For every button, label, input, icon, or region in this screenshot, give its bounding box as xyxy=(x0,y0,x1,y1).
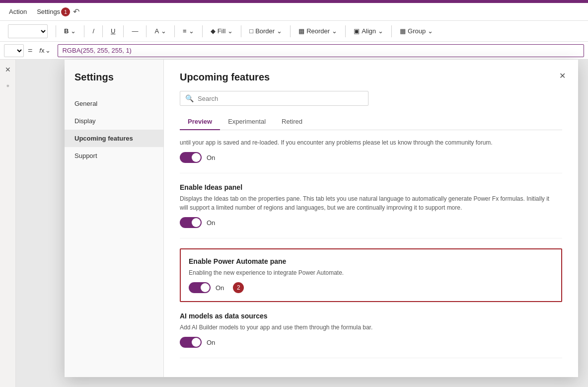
bold-icon: B xyxy=(64,27,69,35)
fill-icon: ◆ xyxy=(211,27,216,35)
search-icon: 🔍 xyxy=(185,94,194,102)
object-select[interactable] xyxy=(8,24,48,38)
toggle-4-knob xyxy=(192,338,201,347)
toolbar-fill[interactable]: ◆ Fill ⌄ xyxy=(207,25,237,37)
shape-btn[interactable]: ▫ xyxy=(2,79,14,91)
sidebar-item-display[interactable]: Display xyxy=(65,112,163,130)
separator-8 xyxy=(241,25,241,37)
chevron-bold: ⌄ xyxy=(71,27,76,35)
group-icon: ▦ xyxy=(400,27,406,35)
toolbar-underline[interactable]: U xyxy=(107,25,119,37)
toolbar-align[interactable]: ▣ Align ⌄ xyxy=(350,25,387,37)
chevron-align: ⌄ xyxy=(378,27,383,35)
separator-10 xyxy=(345,25,346,37)
formula-bar: = fx ⌄ xyxy=(0,42,588,60)
tab-experimental[interactable]: Experimental xyxy=(220,114,274,130)
toggle-row-2: On xyxy=(180,217,562,228)
toggle-4[interactable] xyxy=(180,337,202,348)
chevron-border: ⌄ xyxy=(277,27,282,35)
para-icon: ≡ xyxy=(183,27,187,35)
separator-7 xyxy=(202,25,203,37)
toggle-4-label: On xyxy=(207,339,215,346)
align-label: Align xyxy=(362,27,376,35)
toolbar-italic[interactable]: / xyxy=(88,25,98,37)
search-input[interactable] xyxy=(198,95,363,102)
sidebar-item-general[interactable]: General xyxy=(65,95,163,112)
separator-6 xyxy=(174,25,175,37)
toolbar-border[interactable]: □ Border ⌄ xyxy=(245,25,286,37)
menu-action[interactable]: Action xyxy=(4,3,32,20)
toggle-3[interactable] xyxy=(189,282,211,293)
chevron-fill: ⌄ xyxy=(227,27,233,35)
left-strip: ✕ ▫ xyxy=(0,60,16,387)
toolbar-group[interactable]: ▦ Group ⌄ xyxy=(396,25,437,37)
menu-bar: Action Settings 1 ↶ xyxy=(0,3,588,21)
separator-4 xyxy=(123,25,124,37)
chevron-fx: ⌄ xyxy=(45,47,51,54)
feature-2-desc: Displays the Ideas tab on the properties… xyxy=(180,194,557,212)
fx-label: fx xyxy=(39,47,44,54)
equals-icon: = xyxy=(28,46,32,55)
strikethrough-icon: — xyxy=(132,27,138,35)
feature-section-2: Enable Ideas panel Displays the Ideas ta… xyxy=(180,183,562,238)
toolbar: B ⌄ / U — A ⌄ ≡ ⌄ ◆ Fill ⌄ □ Border ⌄ ▩ … xyxy=(0,21,588,42)
feature-4-title: AI models as data sources xyxy=(180,312,562,320)
toolbar-para[interactable]: ≡ ⌄ xyxy=(179,25,198,37)
feature-4-desc: Add AI Builder models to your app and us… xyxy=(180,323,557,332)
reorder-label: Reorder xyxy=(306,27,330,35)
menu-action-label: Action xyxy=(9,8,27,15)
group-label: Group xyxy=(408,27,426,35)
tab-retired[interactable]: Retired xyxy=(274,114,310,130)
menu-settings[interactable]: Settings 1 xyxy=(32,3,75,20)
sidebar-item-upcoming[interactable]: Upcoming features xyxy=(65,130,163,147)
feature-1-desc: until your app is saved and re-loaded. I… xyxy=(180,138,557,147)
chevron-reorder: ⌄ xyxy=(332,27,337,35)
toggle-2-knob xyxy=(192,218,201,227)
settings-dialog: Settings General Display Upcoming featur… xyxy=(65,60,578,377)
feature-3-desc: Enabling the new experience to integrate… xyxy=(189,268,553,277)
toolbar-strikethrough[interactable]: — xyxy=(128,25,142,37)
chevron-font: ⌄ xyxy=(161,27,166,35)
settings-sidebar: Settings General Display Upcoming featur… xyxy=(65,60,164,377)
feature-section-1: until your app is saved and re-loaded. I… xyxy=(180,138,562,173)
toggle-1-label: On xyxy=(207,154,215,161)
toggle-1[interactable] xyxy=(180,152,202,163)
align-icon: ▣ xyxy=(354,27,360,35)
settings-content: ✕ Upcoming features 🔍 Preview Experiment… xyxy=(164,60,578,377)
toggle-row-1: On xyxy=(180,152,562,163)
toggle-2[interactable] xyxy=(180,217,202,228)
search-box[interactable]: 🔍 xyxy=(180,91,368,106)
border-label: Border xyxy=(255,27,275,35)
underline-icon: U xyxy=(111,27,115,35)
formula-input[interactable] xyxy=(58,44,584,57)
formula-dropdown[interactable] xyxy=(4,44,24,57)
toolbar-bold[interactable]: B ⌄ xyxy=(60,25,80,37)
separator-9 xyxy=(290,25,291,37)
toolbar-dropdown-1[interactable] xyxy=(4,22,52,40)
feature-2-title: Enable Ideas panel xyxy=(180,183,562,191)
toggle-row-3: On 2 xyxy=(189,282,553,293)
toggle-row-4: On xyxy=(180,337,562,348)
separator-1 xyxy=(56,25,56,37)
close-button[interactable]: ✕ xyxy=(554,68,570,83)
reorder-icon: ▩ xyxy=(298,27,304,35)
content-title: Upcoming features xyxy=(180,72,562,83)
chevron-group: ⌄ xyxy=(428,27,433,35)
main-area: ✕ ▫ Settings General Display Upcoming fe… xyxy=(0,60,588,387)
close-canvas-btn[interactable]: ✕ xyxy=(2,64,14,76)
toggle-3-label: On xyxy=(216,284,224,292)
separator-5 xyxy=(146,25,147,37)
settings-title: Settings xyxy=(65,72,163,95)
toolbar-reorder[interactable]: ▩ Reorder ⌄ xyxy=(294,25,341,37)
sidebar-item-support[interactable]: Support xyxy=(65,147,163,164)
toolbar-font[interactable]: A ⌄ xyxy=(150,25,170,37)
settings-badge: 1 xyxy=(61,7,70,16)
toggle-1-knob xyxy=(192,153,201,162)
separator-11 xyxy=(391,25,392,37)
toggle-3-knob xyxy=(201,283,210,292)
feature-3-badge: 2 xyxy=(233,282,244,293)
tab-preview[interactable]: Preview xyxy=(180,114,220,130)
fx-button[interactable]: fx ⌄ xyxy=(36,47,54,54)
border-icon: □ xyxy=(249,27,253,35)
separator-2 xyxy=(84,25,84,37)
